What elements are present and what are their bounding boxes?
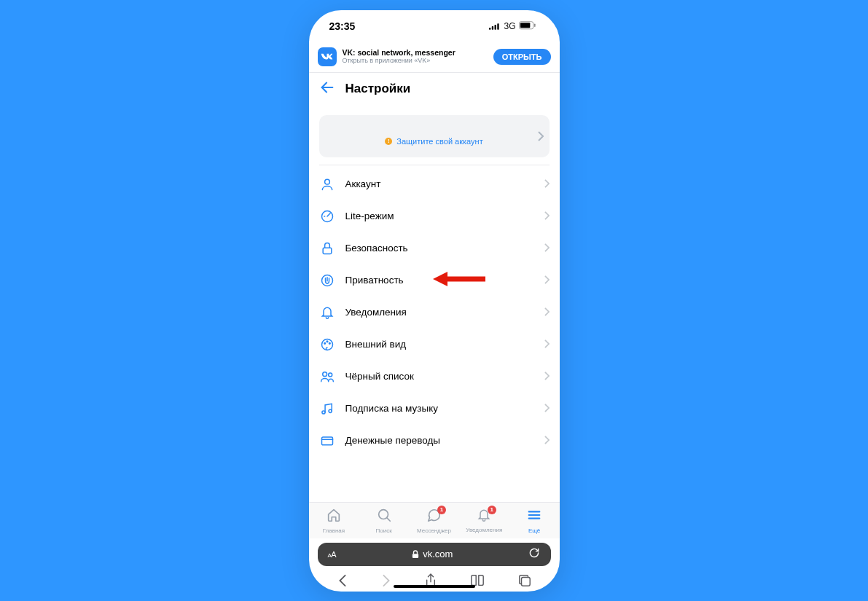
share-icon[interactable] bbox=[425, 573, 437, 591]
back-arrow-icon[interactable] bbox=[319, 79, 335, 98]
menu-icon bbox=[526, 507, 542, 526]
protect-text: Защитите свой аккаунт bbox=[396, 137, 482, 146]
home-icon bbox=[326, 507, 342, 526]
browser-back-icon[interactable] bbox=[337, 574, 348, 590]
chevron-right-icon bbox=[544, 338, 550, 351]
svg-rect-30 bbox=[521, 577, 530, 586]
svg-rect-10 bbox=[323, 248, 332, 254]
svg-rect-2 bbox=[495, 25, 496, 30]
svg-point-18 bbox=[322, 372, 327, 376]
settings-row-gauge[interactable]: Lite-режим bbox=[309, 200, 560, 232]
svg-point-15 bbox=[324, 342, 325, 344]
svg-point-16 bbox=[327, 341, 328, 342]
phone-frame: 23:35 3G VK: social network, messenger О… bbox=[309, 10, 560, 592]
network-label: 3G bbox=[504, 21, 515, 31]
svg-line-25 bbox=[386, 517, 390, 521]
users-icon bbox=[319, 369, 335, 385]
user-icon bbox=[319, 176, 335, 192]
bell-icon bbox=[319, 305, 335, 321]
nav-home[interactable]: Главная bbox=[309, 503, 359, 538]
browser-forward-icon[interactable] bbox=[381, 574, 391, 590]
gauge-icon bbox=[319, 208, 335, 224]
svg-rect-1 bbox=[492, 26, 493, 30]
signal-icon bbox=[489, 20, 501, 32]
reload-icon[interactable] bbox=[528, 547, 540, 562]
home-indicator bbox=[394, 585, 475, 588]
nav-label: Мессенджер bbox=[417, 527, 451, 534]
row-label: Lite-режим bbox=[345, 211, 534, 221]
row-label: Приватность bbox=[345, 275, 534, 286]
row-label: Чёрный список bbox=[345, 371, 534, 382]
chevron-right-icon bbox=[544, 178, 550, 191]
status-indicators: 3G bbox=[489, 20, 536, 32]
row-label: Внешний вид bbox=[345, 339, 534, 350]
tabs-icon[interactable] bbox=[518, 574, 531, 590]
svg-point-8 bbox=[324, 179, 329, 184]
lock-icon bbox=[412, 550, 419, 559]
nav-label: Поиск bbox=[376, 527, 392, 534]
chevron-right-icon bbox=[538, 131, 544, 144]
settings-content: ! Защитите свой аккаунт Аккаунт Lite-реж… bbox=[309, 105, 560, 502]
chevron-right-icon bbox=[544, 370, 550, 383]
settings-row-user[interactable]: Аккаунт bbox=[309, 168, 560, 200]
nav-menu[interactable]: Ещё bbox=[509, 503, 560, 538]
row-label: Безопасность bbox=[345, 243, 534, 254]
status-time: 23:35 bbox=[329, 20, 356, 32]
row-label: Аккаунт bbox=[345, 178, 534, 189]
settings-row-palette[interactable]: Внешний вид bbox=[309, 329, 560, 361]
svg-rect-29 bbox=[413, 554, 418, 558]
row-label: Подписка на музыку bbox=[345, 403, 534, 414]
svg-rect-22 bbox=[321, 437, 332, 445]
nav-bell[interactable]: Уведомления 1 bbox=[459, 503, 509, 538]
svg-rect-6 bbox=[534, 23, 535, 26]
notification-badge: 1 bbox=[437, 506, 446, 514]
svg-point-19 bbox=[328, 373, 332, 377]
svg-rect-3 bbox=[498, 23, 499, 29]
nav-message[interactable]: Мессенджер 1 bbox=[409, 503, 459, 538]
settings-row-users[interactable]: Чёрный список bbox=[309, 361, 560, 393]
bottom-nav: Главная Поиск Мессенджер 1 Уведомления 1… bbox=[309, 502, 560, 538]
page-title: Настройки bbox=[345, 82, 411, 96]
banner-text: VK: social network, messenger Открыть в … bbox=[343, 49, 488, 64]
protect-account-card[interactable]: ! Защитите свой аккаунт bbox=[319, 115, 550, 157]
row-label: Уведомления bbox=[345, 307, 534, 318]
settings-row-lock[interactable]: Безопасность bbox=[309, 232, 560, 264]
app-open-banner: VK: social network, messenger Открыть в … bbox=[309, 42, 560, 73]
battery-icon bbox=[519, 20, 536, 32]
chevron-right-icon bbox=[544, 210, 550, 223]
settings-menu: Аккаунт Lite-режим Безопасность Приватно… bbox=[309, 165, 560, 457]
svg-rect-5 bbox=[520, 23, 529, 28]
search-icon bbox=[376, 507, 392, 526]
nav-label: Главная bbox=[323, 527, 345, 534]
chevron-right-icon bbox=[544, 434, 550, 447]
settings-row-music[interactable]: Подписка на музыку bbox=[309, 393, 560, 425]
url-display: vk.com bbox=[412, 549, 453, 559]
settings-row-bell[interactable]: Уведомления bbox=[309, 296, 560, 329]
chevron-right-icon bbox=[544, 306, 550, 319]
svg-rect-0 bbox=[489, 27, 490, 29]
nav-label: Уведомления bbox=[466, 527, 502, 533]
safari-toolbar bbox=[309, 569, 560, 592]
hand-icon bbox=[319, 272, 335, 288]
svg-point-17 bbox=[329, 342, 330, 344]
chevron-right-icon bbox=[544, 242, 550, 255]
page-header: Настройки bbox=[309, 73, 560, 105]
text-size-icon[interactable]: AA bbox=[328, 550, 337, 559]
open-app-button[interactable]: ОТКРЫТЬ bbox=[493, 49, 551, 65]
chevron-right-icon bbox=[544, 274, 550, 287]
chevron-right-icon bbox=[544, 402, 550, 415]
banner-subtitle: Открыть в приложении «VK» bbox=[343, 58, 488, 65]
nav-search[interactable]: Поиск bbox=[359, 503, 409, 538]
palette-icon bbox=[319, 337, 335, 353]
music-icon bbox=[319, 401, 335, 417]
card-icon bbox=[319, 433, 335, 449]
settings-row-card[interactable]: Денежные переводы bbox=[309, 425, 560, 457]
safari-address-bar[interactable]: AA vk.com bbox=[318, 543, 551, 566]
settings-row-hand[interactable]: Приватность bbox=[309, 264, 560, 296]
warning-icon: ! bbox=[385, 138, 392, 145]
status-bar: 23:35 3G bbox=[309, 10, 560, 42]
vk-logo-icon bbox=[318, 47, 337, 66]
url-text: vk.com bbox=[423, 549, 453, 559]
notification-badge: 1 bbox=[488, 506, 496, 514]
row-label: Денежные переводы bbox=[345, 435, 534, 446]
